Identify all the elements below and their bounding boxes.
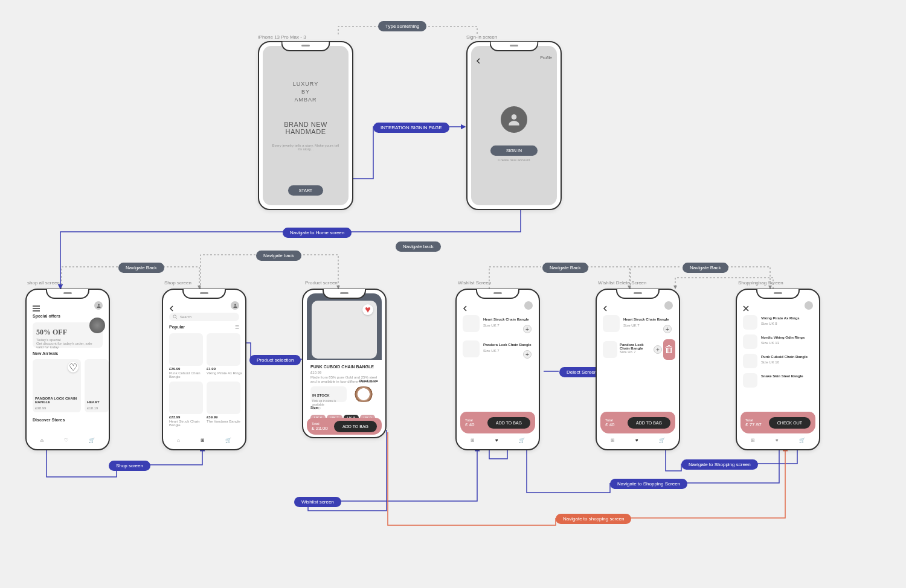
heart-icon[interactable]: ♡ (68, 362, 79, 372)
heart-nav-icon[interactable]: ♡ (64, 438, 68, 443)
phone-shop: Search Popular ☰ £29.99 Punk Cuboid Chai… (162, 289, 246, 450)
thumb1 (463, 315, 480, 332)
phone-wishlist: Heart Struck Chain Bangle Size UK 7 + Pa… (455, 289, 540, 450)
pill-navshop3: Navigate to shopping screen (556, 514, 631, 524)
phone-splash: LUXURY BY AMBAR BRAND NEW HANDMADE Every… (258, 41, 353, 210)
add-icon[interactable]: + (523, 350, 532, 359)
label-shopall: shop all screen (27, 280, 60, 286)
prod-name: PUNK CUBOID CHAIN BANGLE (310, 365, 374, 369)
cart-icon[interactable]: 🛒 (89, 438, 95, 443)
label-signin: Sign-in screen (466, 34, 497, 40)
avatar[interactable] (664, 301, 673, 310)
svg-point-0 (512, 114, 517, 120)
pill-prodsel: Product selection (249, 355, 301, 365)
close-icon[interactable] (743, 303, 749, 314)
pill-navhome: Navigate to Home screen (283, 228, 352, 238)
cart-icon[interactable]: 🛒 (799, 438, 805, 443)
sub: Every jewelry tells a story. Make yours … (259, 144, 352, 151)
phone-wishlist-del: Heart Struck Chain Bangle Size UK 7 + Pa… (596, 289, 680, 450)
pill-nb5: Navigate back (396, 241, 441, 252)
h1: BRAND NEW (259, 121, 352, 128)
heart-icon[interactable]: ♥ (362, 304, 373, 315)
item1[interactable] (169, 333, 203, 366)
readmore[interactable]: Read more (359, 379, 378, 383)
label-wishlist: Wishlist Screen (458, 280, 491, 286)
avatar-icon (501, 106, 527, 133)
home-icon[interactable]: ⌂ (40, 438, 43, 443)
checkout-button[interactable]: CHECK OUT (769, 417, 811, 429)
pill-wishscr: Wishlist screen (294, 497, 341, 507)
pill-type: Type something (378, 21, 426, 31)
thumb2 (463, 340, 480, 357)
label-splash: iPhone 13 Pro Max - 3 (258, 34, 306, 40)
phone-product: ♥ PUNK CUBOID CHAIN BANGLE £10.99 Made f… (302, 289, 387, 438)
svg-point-2 (234, 304, 236, 305)
back-icon[interactable] (476, 56, 482, 66)
avatar[interactable] (231, 301, 239, 310)
filter-icon[interactable]: ☰ (235, 325, 239, 330)
phone-signin: Profile SIGN IN Create new account (466, 41, 562, 210)
brand3: AMBAR (259, 97, 352, 103)
label-wishlistdel: Wishlist Delete Screen (598, 280, 646, 286)
ring-img (89, 318, 105, 333)
item2[interactable] (207, 333, 240, 366)
pill-shopscr: Shop screen (109, 461, 150, 471)
back-icon[interactable] (463, 303, 469, 314)
discover: Discover Stores (33, 418, 65, 422)
cart-icon[interactable]: 🛒 (225, 438, 231, 443)
pill-nb1: Navigate Back (118, 263, 164, 273)
avatar[interactable] (524, 301, 533, 310)
add-to-bag-button[interactable]: ADD TO BAG (487, 417, 530, 429)
nav-bar: ⌂ ♡ 🛒 (30, 435, 105, 446)
add-to-bag-button[interactable]: ADD TO BAG (334, 421, 377, 432)
brand2: BY (259, 89, 352, 95)
pill-nb3: Navigate Back (542, 263, 588, 273)
profile-link[interactable]: Profile (540, 56, 552, 60)
svg-point-1 (98, 304, 100, 305)
add-icon[interactable]: + (523, 325, 532, 333)
create-link[interactable]: Create new account (467, 158, 561, 162)
prod1[interactable]: ♡ PANDORA LOCK CHAIN BANGLE £38.99 (33, 359, 81, 412)
off: 50% OFF (36, 328, 67, 336)
pill-nb4: Navigate Back (683, 263, 728, 273)
item3[interactable] (169, 382, 203, 414)
search-icon (173, 315, 178, 319)
item4[interactable] (207, 382, 240, 414)
signin-button[interactable]: SIGN IN (490, 145, 538, 156)
pill-nb2: Navigate back (256, 251, 301, 261)
search-input[interactable]: Search (169, 313, 239, 321)
label-bag: Shoppingbag Screen (738, 280, 783, 286)
prod2[interactable]: HEART £18.19 (85, 359, 109, 412)
popular: Popular (169, 325, 185, 329)
menu-icon[interactable] (33, 303, 40, 314)
phone-shopall: Special offers 50% OFF Today's special G… (25, 289, 110, 450)
svg-point-3 (173, 315, 176, 318)
heart-nav-icon[interactable]: ♥ (495, 438, 498, 443)
ring-img (352, 386, 376, 402)
avatar[interactable] (94, 301, 103, 310)
avatar[interactable] (805, 301, 813, 310)
pill-navshop1: Navigate to Shopping Screen (610, 479, 687, 489)
h2: HANDMADE (259, 128, 352, 135)
grid-icon[interactable]: ⊞ (201, 438, 205, 443)
brand1: LUXURY (259, 81, 352, 87)
back-icon[interactable] (603, 303, 609, 314)
delete-icon[interactable]: 🗑 (663, 339, 675, 360)
label-shop: Shop screen (164, 280, 191, 286)
newarr: New Arrivals (33, 351, 58, 356)
label-product: Product screen (305, 280, 338, 286)
phone-bag: Viking Pirate Ax RingsSize UK 8 Nordic V… (736, 289, 820, 450)
home-icon[interactable]: ⌂ (177, 438, 180, 443)
start-button[interactable]: START (288, 185, 323, 196)
add-to-bag-button[interactable]: ADD TO BAG (628, 417, 670, 429)
pill-signin: INTERATION SIGNIN PAGE (373, 123, 449, 133)
special-heading: Special offers (33, 314, 60, 318)
offdesc: Get discount for today's order, sale val… (36, 342, 99, 349)
pill-navshop2: Navigate to Shopping screen (681, 459, 758, 470)
